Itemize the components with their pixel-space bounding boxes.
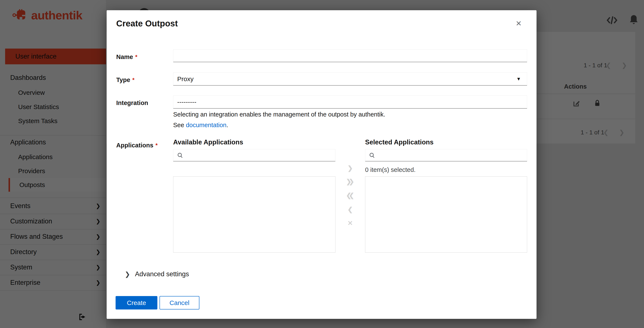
transfer-remove-icon[interactable]: ❮ bbox=[345, 205, 355, 214]
selected-applications-list[interactable] bbox=[365, 176, 527, 253]
required-marker: * bbox=[156, 142, 158, 149]
caret-down-icon: ▼ bbox=[516, 73, 521, 85]
integration-label: Integration bbox=[116, 97, 148, 109]
create-button[interactable]: Create bbox=[116, 296, 157, 310]
applications-label: Applications* bbox=[116, 142, 158, 149]
modal-title: Create Outpost bbox=[116, 18, 178, 28]
name-label: Name* bbox=[116, 50, 137, 63]
transfer-add-all-icon[interactable]: ❯❯ bbox=[345, 177, 355, 186]
available-applications-title: Available Applications bbox=[173, 139, 243, 146]
close-icon[interactable]: ✕ bbox=[516, 18, 522, 28]
documentation-link[interactable]: documentation bbox=[186, 122, 226, 129]
search-icon bbox=[177, 152, 183, 159]
selected-count-label: 0 item(s) selected. bbox=[365, 166, 416, 173]
selected-search[interactable] bbox=[365, 149, 527, 162]
selected-search-input[interactable] bbox=[378, 152, 524, 159]
selected-applications-title: Selected Applications bbox=[365, 139, 434, 146]
transfer-add-icon[interactable]: ❯ bbox=[345, 163, 355, 173]
transfer-remove-all-icon[interactable]: ❮❮ bbox=[345, 191, 355, 200]
type-select[interactable]: Proxy ▼ bbox=[173, 72, 527, 86]
cancel-button[interactable]: Cancel bbox=[160, 296, 200, 310]
required-marker: * bbox=[132, 77, 134, 83]
transfer-clear-icon[interactable]: ✕ bbox=[345, 218, 355, 228]
advanced-settings-toggle[interactable]: Advanced settings bbox=[135, 270, 189, 278]
name-input[interactable] bbox=[173, 49, 527, 62]
search-icon bbox=[369, 152, 375, 159]
integration-help-text: Selecting an integration enables the man… bbox=[173, 111, 385, 118]
type-label: Type* bbox=[116, 73, 134, 86]
create-outpost-modal: Create Outpost ✕ Name* Type* Proxy ▼ Int… bbox=[106, 10, 536, 319]
integration-select[interactable]: --------- bbox=[173, 95, 527, 109]
required-marker: * bbox=[135, 54, 137, 60]
available-search[interactable] bbox=[173, 149, 336, 162]
integration-help-docs: See documentation. bbox=[173, 121, 228, 129]
available-applications-list[interactable] bbox=[173, 176, 336, 253]
advanced-settings-chevron-icon[interactable]: ❯ bbox=[125, 271, 130, 278]
available-search-input[interactable] bbox=[186, 152, 332, 159]
